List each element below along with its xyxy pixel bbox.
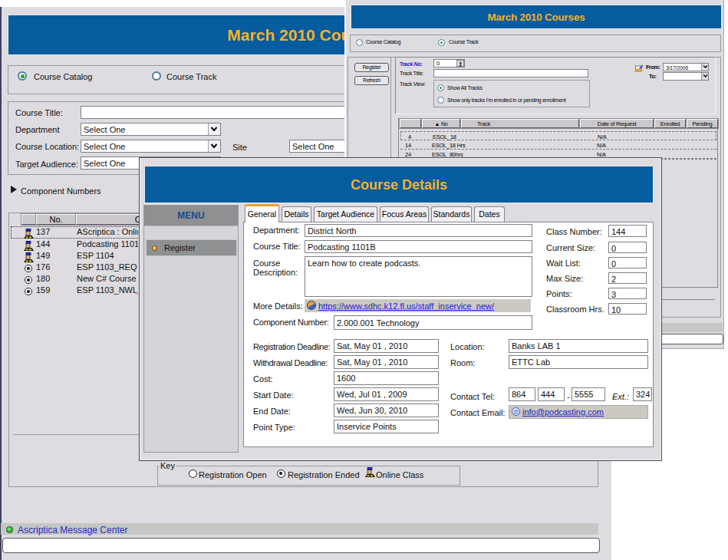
svg-text:@: @	[513, 409, 519, 414]
